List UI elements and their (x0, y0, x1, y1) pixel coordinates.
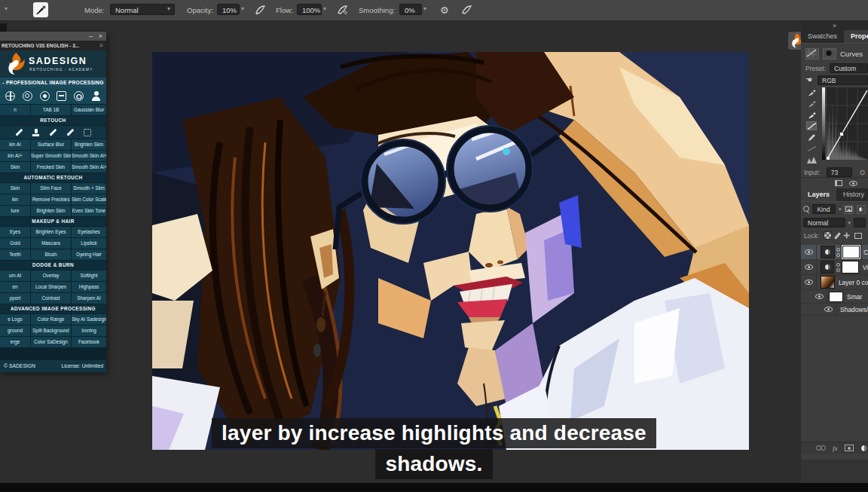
plugin-button[interactable]: Local Sharpen (31, 282, 71, 292)
tool-preset-chevron-icon[interactable]: ▾ (5, 5, 8, 12)
plugin-button[interactable]: en (0, 282, 30, 292)
mode-chevron-icon[interactable]: ▾ (167, 5, 170, 12)
layer-visibility-eye-icon[interactable] (805, 280, 813, 285)
filter-image-icon[interactable] (844, 205, 853, 214)
link-layers-icon[interactable] (816, 445, 826, 451)
gear-icon[interactable] (23, 91, 32, 101)
document-canvas[interactable] (152, 52, 749, 450)
plugin-button[interactable]: Super Smooth Skin (31, 151, 71, 161)
plugin-button[interactable]: urn AI (0, 270, 30, 281)
plugin-button[interactable]: ture (0, 206, 30, 216)
plugin-button[interactable]: Gaussian Blur (72, 105, 106, 115)
plugin-button[interactable]: kin (0, 194, 30, 205)
plugin-button[interactable]: Highpass (72, 282, 106, 292)
plugin-button[interactable]: Skin (0, 162, 30, 173)
smart-filter-mask-thumbnail[interactable] (829, 292, 843, 302)
smoothing-chevron-icon[interactable]: ▾ (423, 5, 426, 12)
plugin-button[interactable]: Dyeing Hair (72, 249, 106, 260)
lock-transparency-icon[interactable] (824, 231, 832, 240)
clip-to-layer-icon[interactable] (835, 180, 842, 186)
opacity-field-stub[interactable] (854, 218, 866, 228)
psd-doc-icon[interactable] (57, 91, 66, 101)
plugin-button[interactable]: Eyelashes (72, 227, 106, 237)
layer-row[interactable]: Smar (801, 290, 868, 304)
plugin-button[interactable]: e Logo (0, 314, 30, 325)
plugin-button[interactable]: Lipstick (72, 238, 106, 249)
layer-visibility-eye-icon[interactable] (815, 294, 824, 299)
tab-swatches[interactable]: Swatches (801, 30, 844, 43)
plugin-button[interactable]: Brighten Skin (72, 139, 106, 150)
curves-graph[interactable] (827, 87, 868, 163)
blend-mode-chevron-icon[interactable]: ▾ (848, 220, 851, 226)
plugin-button[interactable]: Remove Freckles (31, 194, 71, 205)
layer-style-fx-icon[interactable]: fx (833, 445, 838, 452)
new-adjustment-layer-icon[interactable] (860, 445, 868, 452)
airbrush-toggle-icon[interactable] (461, 5, 472, 15)
adjustment-layer-thumbnail[interactable] (821, 261, 834, 274)
airbrush-flow-icon[interactable] (337, 5, 348, 15)
opacity-chevron-icon[interactable]: ▾ (241, 5, 244, 12)
layer-row[interactable]: C (801, 245, 868, 260)
stamp-icon[interactable] (32, 128, 40, 136)
flow-field[interactable]: 100% (297, 4, 322, 15)
plugin-button[interactable]: Eyes (0, 227, 30, 237)
layer-row[interactable]: Layer 0 copy (801, 275, 868, 290)
plugin-button[interactable]: Sky AI Sadesign (72, 314, 106, 325)
collapse-panels-icon[interactable]: » (833, 21, 836, 30)
opacity-field[interactable]: 10% (217, 4, 240, 15)
plugin-button[interactable]: n (0, 105, 30, 115)
plugin-button[interactable]: ground (0, 325, 30, 336)
pencil-tool-icon[interactable] (806, 133, 817, 142)
filter-kind-chevron-icon[interactable]: ▾ (839, 206, 842, 212)
input-value-field[interactable]: 73 (827, 167, 852, 177)
layer-row[interactable]: Vi (801, 260, 868, 275)
lock-pixels-icon[interactable] (834, 232, 841, 240)
healing-brush-icon[interactable] (15, 128, 23, 136)
globe-icon[interactable] (5, 91, 15, 101)
smoothing-field[interactable]: 0% (399, 4, 422, 15)
edit-points-tool-icon[interactable] (806, 121, 817, 130)
minimize-icon[interactable]: – (89, 32, 93, 41)
plugin-button[interactable]: Mascara (31, 238, 71, 249)
plugin-button[interactable]: Contrast (31, 293, 71, 304)
plugin-button[interactable]: Smooth + Slim (72, 183, 106, 194)
plugin-title-bar[interactable]: RETOUCHING V3S ENGLISH - 3... ≡ (0, 41, 106, 50)
layer-row[interactable]: Shadows/ (801, 304, 868, 316)
sun-icon[interactable] (40, 91, 50, 101)
plugin-button[interactable]: kin AI (0, 139, 30, 150)
plugin-button[interactable]: Overlay (31, 270, 71, 281)
plugin-button[interactable]: Split Background (31, 325, 71, 336)
plugin-button[interactable]: Skin Color Scales (72, 194, 106, 205)
patch-icon[interactable] (83, 128, 91, 136)
plugin-button[interactable]: kin AI+ (0, 151, 30, 161)
layer-mask-thumbnail[interactable] (842, 246, 860, 258)
plugin-button[interactable]: Even Skin Tone (72, 206, 106, 216)
black-point-eyedropper-icon[interactable] (806, 87, 817, 96)
plugin-button[interactable]: Teeth (0, 249, 30, 260)
plugin-button[interactable]: Sharpen AI (72, 293, 106, 304)
preset-select[interactable]: Custom (830, 63, 868, 73)
plugin-button[interactable]: Gold (0, 238, 30, 249)
targeted-adjustment-icon[interactable]: ☚ (805, 75, 812, 84)
filter-kind-select[interactable]: Kind (812, 204, 835, 214)
person-icon[interactable] (91, 91, 101, 101)
lock-position-icon[interactable]: ✛ (843, 232, 849, 240)
image-layer-thumbnail[interactable] (821, 276, 835, 289)
channel-select[interactable]: RGB (818, 75, 868, 85)
plugin-button[interactable]: Skin (0, 183, 30, 194)
plugin-button[interactable]: Ironing (72, 325, 106, 336)
plugin-button[interactable]: erge (0, 337, 30, 347)
plugin-button[interactable]: Smooth Skin AI++ (72, 151, 106, 161)
plugin-button[interactable]: Brighten Skin (31, 206, 71, 216)
layer-visibility-eye-icon[interactable] (805, 249, 813, 255)
visibility-toggle-icon[interactable] (849, 181, 857, 186)
smooth-curve-icon[interactable] (806, 144, 817, 153)
smoothing-options-gear-icon[interactable]: ⚙ (440, 5, 449, 15)
tab-layers[interactable]: Layers (801, 188, 836, 201)
plugin-button[interactable]: Blush (31, 249, 71, 260)
adjustment-layer-thumbnail[interactable] (821, 246, 835, 258)
mode-select[interactable]: Normal (110, 4, 175, 15)
tab-properties[interactable]: Properties (844, 30, 868, 43)
plugin-button[interactable]: TAB 1B (31, 105, 71, 115)
plugin-button[interactable]: Frecked Skin (31, 162, 71, 173)
